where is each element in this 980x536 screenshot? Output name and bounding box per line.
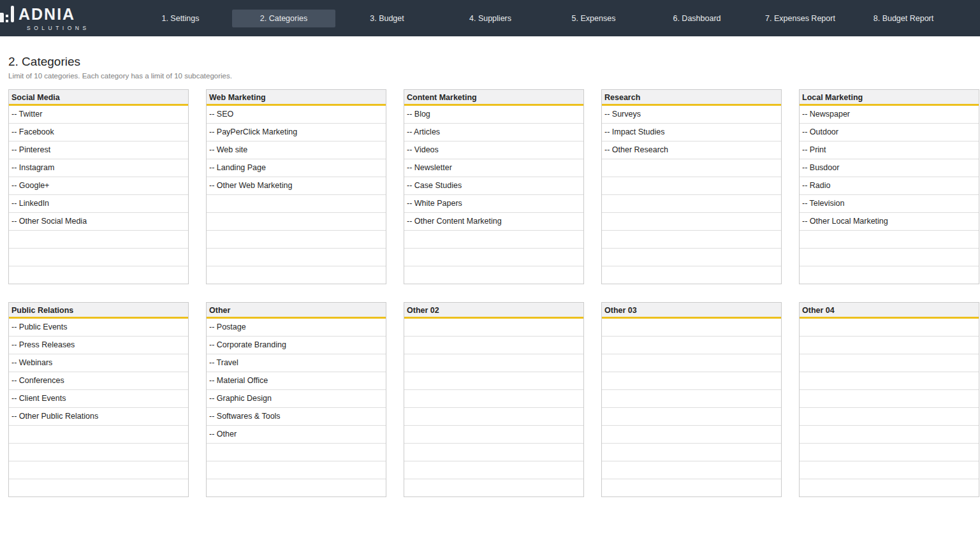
empty-subcategory-cell[interactable] bbox=[800, 426, 979, 444]
empty-subcategory-cell[interactable] bbox=[404, 461, 583, 479]
empty-subcategory-cell[interactable] bbox=[800, 390, 979, 408]
subcategory-cell[interactable]: -- Other bbox=[207, 426, 386, 444]
empty-subcategory-cell[interactable] bbox=[404, 444, 583, 461]
subcategory-cell[interactable]: -- Other Local Marketing bbox=[800, 213, 979, 231]
subcategory-cell[interactable]: -- Television bbox=[800, 195, 979, 213]
subcategory-cell[interactable]: -- Public Events bbox=[9, 319, 188, 337]
subcategory-cell[interactable]: -- Client Events bbox=[9, 390, 188, 408]
empty-subcategory-cell[interactable] bbox=[602, 213, 781, 231]
empty-subcategory-cell[interactable] bbox=[602, 319, 781, 337]
empty-subcategory-cell[interactable] bbox=[404, 479, 583, 496]
subcategory-cell[interactable]: -- Webinars bbox=[9, 354, 188, 372]
category-header-local-marketing[interactable]: Local Marketing bbox=[800, 90, 979, 106]
empty-subcategory-cell[interactable] bbox=[602, 479, 781, 496]
empty-subcategory-cell[interactable] bbox=[602, 461, 781, 479]
empty-subcategory-cell[interactable] bbox=[404, 337, 583, 354]
tab-8-budget-report[interactable]: 8. Budget Report bbox=[852, 10, 955, 27]
category-header-public-relations[interactable]: Public Relations bbox=[9, 303, 188, 319]
empty-subcategory-cell[interactable] bbox=[602, 408, 781, 426]
subcategory-cell[interactable]: -- Web site bbox=[207, 141, 386, 159]
empty-subcategory-cell[interactable] bbox=[207, 249, 386, 266]
empty-subcategory-cell[interactable] bbox=[207, 266, 386, 284]
subcategory-cell[interactable]: -- Articles bbox=[404, 124, 583, 141]
empty-subcategory-cell[interactable] bbox=[800, 249, 979, 266]
subcategory-cell[interactable]: -- Other Research bbox=[602, 141, 781, 159]
subcategory-cell[interactable]: -- Impact Studies bbox=[602, 124, 781, 141]
empty-subcategory-cell[interactable] bbox=[404, 319, 583, 337]
subcategory-cell[interactable]: -- Other Public Relations bbox=[9, 408, 188, 426]
tab-1-settings[interactable]: 1. Settings bbox=[129, 10, 232, 27]
empty-subcategory-cell[interactable] bbox=[207, 213, 386, 231]
subcategory-cell[interactable]: -- Surveys bbox=[602, 106, 781, 124]
subcategory-cell[interactable]: -- Postage bbox=[207, 319, 386, 337]
empty-subcategory-cell[interactable] bbox=[207, 195, 386, 213]
empty-subcategory-cell[interactable] bbox=[404, 408, 583, 426]
subcategory-cell[interactable]: -- Corporate Branding bbox=[207, 337, 386, 354]
category-header-content-marketing[interactable]: Content Marketing bbox=[404, 90, 583, 106]
empty-subcategory-cell[interactable] bbox=[9, 266, 188, 284]
tab-6-dashboard[interactable]: 6. Dashboard bbox=[645, 10, 749, 27]
empty-subcategory-cell[interactable] bbox=[800, 408, 979, 426]
empty-subcategory-cell[interactable] bbox=[602, 266, 781, 284]
empty-subcategory-cell[interactable] bbox=[602, 444, 781, 461]
category-header-web-marketing[interactable]: Web Marketing bbox=[207, 90, 386, 106]
subcategory-cell[interactable]: -- Graphic Design bbox=[207, 390, 386, 408]
empty-subcategory-cell[interactable] bbox=[602, 231, 781, 249]
empty-subcategory-cell[interactable] bbox=[602, 354, 781, 372]
subcategory-cell[interactable]: -- Blog bbox=[404, 106, 583, 124]
empty-subcategory-cell[interactable] bbox=[9, 461, 188, 479]
subcategory-cell[interactable]: -- Softwares & Tools bbox=[207, 408, 386, 426]
subcategory-cell[interactable]: -- LinkedIn bbox=[9, 195, 188, 213]
empty-subcategory-cell[interactable] bbox=[800, 479, 979, 496]
empty-subcategory-cell[interactable] bbox=[9, 426, 188, 444]
empty-subcategory-cell[interactable] bbox=[800, 354, 979, 372]
empty-subcategory-cell[interactable] bbox=[404, 372, 583, 390]
subcategory-cell[interactable]: -- Other Social Media bbox=[9, 213, 188, 231]
empty-subcategory-cell[interactable] bbox=[207, 479, 386, 496]
subcategory-cell[interactable]: -- Newspaper bbox=[800, 106, 979, 124]
subcategory-cell[interactable]: -- Google+ bbox=[9, 177, 188, 195]
category-header-other-03[interactable]: Other 03 bbox=[602, 303, 781, 319]
tab-7-expenses-report[interactable]: 7. Expenses Report bbox=[749, 10, 852, 27]
tab-3-budget[interactable]: 3. Budget bbox=[335, 10, 439, 27]
subcategory-cell[interactable]: -- Other Web Marketing bbox=[207, 177, 386, 195]
subcategory-cell[interactable]: -- PayPerClick Marketing bbox=[207, 124, 386, 141]
subcategory-cell[interactable]: -- Videos bbox=[404, 141, 583, 159]
empty-subcategory-cell[interactable] bbox=[9, 249, 188, 266]
subcategory-cell[interactable]: -- Radio bbox=[800, 177, 979, 195]
empty-subcategory-cell[interactable] bbox=[9, 231, 188, 249]
empty-subcategory-cell[interactable] bbox=[602, 426, 781, 444]
empty-subcategory-cell[interactable] bbox=[800, 319, 979, 337]
empty-subcategory-cell[interactable] bbox=[404, 266, 583, 284]
subcategory-cell[interactable]: -- Outdoor bbox=[800, 124, 979, 141]
category-header-other-02[interactable]: Other 02 bbox=[404, 303, 583, 319]
tab-4-suppliers[interactable]: 4. Suppliers bbox=[439, 10, 542, 27]
empty-subcategory-cell[interactable] bbox=[9, 444, 188, 461]
subcategory-cell[interactable]: -- Other Content Marketing bbox=[404, 213, 583, 231]
empty-subcategory-cell[interactable] bbox=[602, 372, 781, 390]
subcategory-cell[interactable]: -- Travel bbox=[207, 354, 386, 372]
empty-subcategory-cell[interactable] bbox=[602, 177, 781, 195]
subcategory-cell[interactable]: -- Landing Page bbox=[207, 159, 386, 177]
subcategory-cell[interactable]: -- Facebook bbox=[9, 124, 188, 141]
empty-subcategory-cell[interactable] bbox=[800, 231, 979, 249]
category-header-social-media[interactable]: Social Media bbox=[9, 90, 188, 106]
empty-subcategory-cell[interactable] bbox=[404, 390, 583, 408]
empty-subcategory-cell[interactable] bbox=[404, 426, 583, 444]
empty-subcategory-cell[interactable] bbox=[800, 372, 979, 390]
subcategory-cell[interactable]: -- Instagram bbox=[9, 159, 188, 177]
empty-subcategory-cell[interactable] bbox=[602, 249, 781, 266]
subcategory-cell[interactable]: -- Case Studies bbox=[404, 177, 583, 195]
empty-subcategory-cell[interactable] bbox=[404, 249, 583, 266]
empty-subcategory-cell[interactable] bbox=[800, 444, 979, 461]
empty-subcategory-cell[interactable] bbox=[9, 479, 188, 496]
subcategory-cell[interactable]: -- Conferences bbox=[9, 372, 188, 390]
category-header-other[interactable]: Other bbox=[207, 303, 386, 319]
empty-subcategory-cell[interactable] bbox=[602, 337, 781, 354]
empty-subcategory-cell[interactable] bbox=[800, 461, 979, 479]
empty-subcategory-cell[interactable] bbox=[602, 390, 781, 408]
empty-subcategory-cell[interactable] bbox=[602, 159, 781, 177]
subcategory-cell[interactable]: -- Busdoor bbox=[800, 159, 979, 177]
subcategory-cell[interactable]: -- Twitter bbox=[9, 106, 188, 124]
subcategory-cell[interactable]: -- White Papers bbox=[404, 195, 583, 213]
